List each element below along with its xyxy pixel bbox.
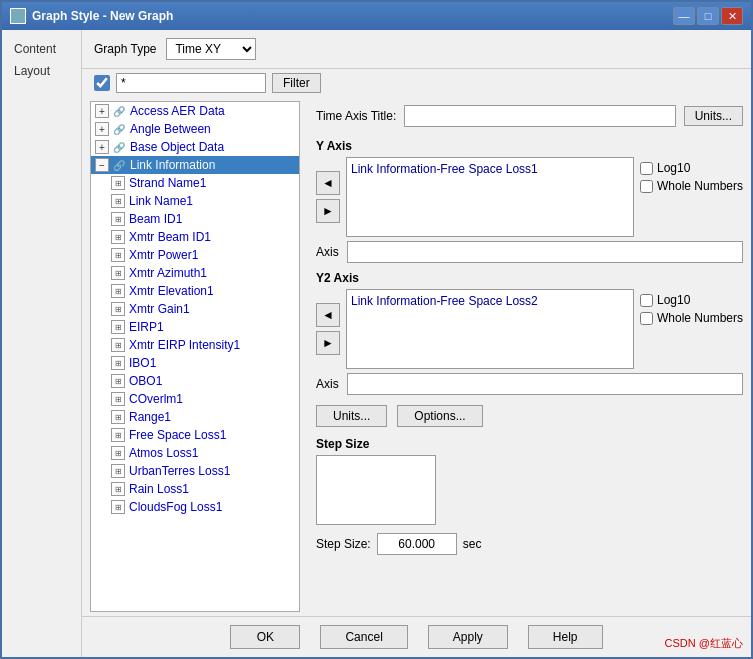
y2-axis-right-arrow[interactable]: ► (316, 331, 340, 355)
y-axis-left-arrow[interactable]: ◄ (316, 171, 340, 195)
tree-item-rain-loss1[interactable]: ⊞ Rain Loss1 (91, 480, 299, 498)
tree-label-eirpint: Xmtr EIRP Intensity1 (129, 338, 240, 352)
y-axis-right-arrow[interactable]: ► (316, 199, 340, 223)
field-icon-azimuth: ⊞ (111, 266, 125, 280)
cancel-button[interactable]: Cancel (320, 625, 407, 649)
tree-expander-link[interactable]: − (95, 158, 109, 172)
tree-item-xmtr-gain1[interactable]: ⊞ Xmtr Gain1 (91, 300, 299, 318)
tree-label-xmtrpower: Xmtr Power1 (129, 248, 198, 262)
tree-item-range1[interactable]: ⊞ Range1 (91, 408, 299, 426)
y2-axis-input[interactable] (347, 373, 743, 395)
y-axis-section: Y Axis ◄ ► Link Information-Free Space L… (316, 139, 743, 263)
step-size-title: Step Size (316, 437, 743, 451)
close-button[interactable]: ✕ (721, 7, 743, 25)
apply-button[interactable]: Apply (428, 625, 508, 649)
y2-axis-content: ◄ ► Link Information-Free Space Loss2 Lo… (316, 289, 743, 369)
tree-item-xmtr-power1[interactable]: ⊞ Xmtr Power1 (91, 246, 299, 264)
tree-label-rain: Rain Loss1 (129, 482, 189, 496)
tree-item-xmtr-elevation1[interactable]: ⊞ Xmtr Elevation1 (91, 282, 299, 300)
tree-item-obo1[interactable]: ⊞ OBO1 (91, 372, 299, 390)
tree-expander-angle[interactable]: + (95, 122, 109, 136)
tree-label-linkname: Link Name1 (129, 194, 193, 208)
bottom-bar: OK Cancel Apply Help (82, 616, 751, 657)
tree-item-link-information[interactable]: − 🔗 Link Information (91, 156, 299, 174)
main-window: Graph Style - New Graph — □ ✕ Content La… (0, 0, 753, 659)
tree-item-atmos-loss1[interactable]: ⊞ Atmos Loss1 (91, 444, 299, 462)
y-axis-input-label: Axis (316, 245, 339, 259)
tree-item-strand-name1[interactable]: ⊞ Strand Name1 (91, 174, 299, 192)
window-title: Graph Style - New Graph (32, 9, 173, 23)
tree-item-beam-id1[interactable]: ⊞ Beam ID1 (91, 210, 299, 228)
watermark: CSDN @红蓝心 (665, 636, 743, 651)
tree-item-cloudsfog-loss1[interactable]: ⊞ CloudsFog Loss1 (91, 498, 299, 516)
tree-item-xmtr-azimuth1[interactable]: ⊞ Xmtr Azimuth1 (91, 264, 299, 282)
y-axis-list[interactable]: Link Information-Free Space Loss1 (346, 157, 634, 237)
y2-whole-numbers-checkbox[interactable] (640, 312, 653, 325)
field-icon-linkname: ⊞ (111, 194, 125, 208)
tree-label-access-aer: Access AER Data (130, 104, 225, 118)
left-nav: Content Layout (2, 30, 82, 657)
tree-item-ibo1[interactable]: ⊞ IBO1 (91, 354, 299, 372)
tree-icon-angle: 🔗 (112, 122, 126, 136)
tree-item-urban-terres-loss1[interactable]: ⊞ UrbanTerres Loss1 (91, 462, 299, 480)
minimize-button[interactable]: — (673, 7, 695, 25)
y-log10-label: Log10 (657, 161, 690, 175)
field-icon-atmos: ⊞ (111, 446, 125, 460)
step-size-input[interactable] (377, 533, 457, 555)
field-icon-elevation: ⊞ (111, 284, 125, 298)
tree-icon-link: 🔗 (112, 104, 126, 118)
ok-button[interactable]: OK (230, 625, 300, 649)
y2-axis-list-item[interactable]: Link Information-Free Space Loss2 (351, 294, 629, 308)
time-units-button[interactable]: Units... (684, 106, 743, 126)
y2-log10-checkbox[interactable] (640, 294, 653, 307)
y2-axis-options: Log10 Whole Numbers (640, 289, 743, 369)
y-axis-buttons: ◄ ► (316, 157, 340, 237)
content-area: + 🔗 Access AER Data + 🔗 Angle Between + … (82, 97, 751, 616)
filter-checkbox[interactable] (94, 75, 110, 91)
help-button[interactable]: Help (528, 625, 603, 649)
y-axis-input[interactable] (347, 241, 743, 263)
step-size-box (316, 455, 436, 525)
nav-item-layout[interactable]: Layout (6, 60, 77, 82)
field-icon-freeloss: ⊞ (111, 428, 125, 442)
field-icon-range: ⊞ (111, 410, 125, 424)
y-axis-content: ◄ ► Link Information-Free Space Loss1 Lo… (316, 157, 743, 237)
y-axis-input-row: Axis (316, 241, 743, 263)
tree-label-strand: Strand Name1 (129, 176, 206, 190)
field-icon-obo: ⊞ (111, 374, 125, 388)
tree-item-free-space-loss1[interactable]: ⊞ Free Space Loss1 (91, 426, 299, 444)
step-size-label: Step Size: (316, 537, 371, 551)
graph-type-select[interactable]: Time XY (166, 38, 256, 60)
y-log10-checkbox[interactable] (640, 162, 653, 175)
maximize-button[interactable]: □ (697, 7, 719, 25)
y-axis-options: Log10 Whole Numbers (640, 157, 743, 237)
tree-item-eirp1[interactable]: ⊞ EIRP1 (91, 318, 299, 336)
y-axis-list-item[interactable]: Link Information-Free Space Loss1 (351, 162, 629, 176)
tree-label-xmtrbeam: Xmtr Beam ID1 (129, 230, 211, 244)
field-icon-ibo: ⊞ (111, 356, 125, 370)
y2-axis-input-label: Axis (316, 377, 339, 391)
tree-item-link-name1[interactable]: ⊞ Link Name1 (91, 192, 299, 210)
tree-item-access-aer-data[interactable]: + 🔗 Access AER Data (91, 102, 299, 120)
time-axis-row: Time Axis Title: Units... (316, 101, 743, 131)
y2-whole-numbers-label: Whole Numbers (657, 311, 743, 325)
options-button[interactable]: Options... (397, 405, 482, 427)
y2-axis-list[interactable]: Link Information-Free Space Loss2 (346, 289, 634, 369)
filter-button[interactable]: Filter (272, 73, 321, 93)
units-button[interactable]: Units... (316, 405, 387, 427)
tree-expander-access-aer[interactable]: + (95, 104, 109, 118)
filter-input[interactable] (116, 73, 266, 93)
tree-label-azimuth: Xmtr Azimuth1 (129, 266, 207, 280)
field-icon-urban: ⊞ (111, 464, 125, 478)
tree-item-angle-between[interactable]: + 🔗 Angle Between (91, 120, 299, 138)
tree-item-coverlm1[interactable]: ⊞ COverlm1 (91, 390, 299, 408)
tree-item-xmtr-beam-id1[interactable]: ⊞ Xmtr Beam ID1 (91, 228, 299, 246)
y2-axis-left-arrow[interactable]: ◄ (316, 303, 340, 327)
y2-axis-buttons: ◄ ► (316, 289, 340, 369)
y-whole-numbers-checkbox[interactable] (640, 180, 653, 193)
time-axis-input[interactable] (404, 105, 675, 127)
tree-expander-base[interactable]: + (95, 140, 109, 154)
tree-item-base-object[interactable]: + 🔗 Base Object Data (91, 138, 299, 156)
tree-item-xmtr-eirp-intensity1[interactable]: ⊞ Xmtr EIRP Intensity1 (91, 336, 299, 354)
nav-item-content[interactable]: Content (6, 38, 77, 60)
